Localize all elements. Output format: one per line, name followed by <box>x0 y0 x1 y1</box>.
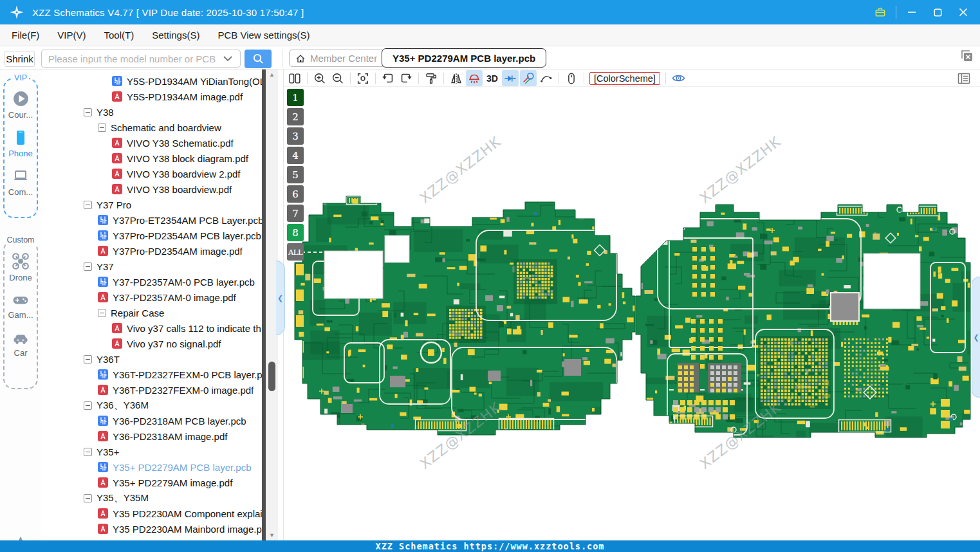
watermark-text: XZZ@XZZHK <box>417 133 504 207</box>
sidebar-item-car[interactable]: Car <box>5 329 37 358</box>
tree-scrollbar-thumb[interactable] <box>268 362 275 391</box>
layer-button-2[interactable]: 2 <box>287 108 304 125</box>
tree-item[interactable]: Y36T-PD2327FEXM-0 PCB layer.pcb <box>41 367 262 382</box>
member-center-button[interactable]: Member Center <box>289 50 385 67</box>
tree-item-label: Y37 Pro <box>97 199 131 210</box>
pdf-file-icon <box>98 292 108 302</box>
tree-item[interactable]: Y35+ PD2279AM PCB layer.pcb <box>41 459 262 475</box>
menu-item-1[interactable]: VIP(V) <box>57 30 86 41</box>
tree-item[interactable]: Y37 <box>41 259 262 274</box>
search-dropdown-chevron-icon[interactable] <box>223 55 233 62</box>
sidebar-item-cour[interactable]: Cour... <box>5 89 37 120</box>
pcb-board-view[interactable]: XZZ@XZZHKXZZ@XZZHKXZZ@XZZHKXZZ@XZZHK <box>283 69 980 540</box>
expander-icon[interactable] <box>84 494 92 502</box>
expander-icon[interactable] <box>98 309 106 317</box>
tree-item-label: Y37 <box>97 261 114 272</box>
watermark-text: XZZ@XZZHK <box>697 133 784 207</box>
file-tree: Y5S-PD1934AM YiDianTong(OL Y5S-PD1934AM … <box>41 69 262 540</box>
tree-item[interactable]: Y36、Y36M <box>41 398 262 413</box>
tree-item-label: Y36T-PD2327FEXM-0 image.pdf <box>113 385 254 396</box>
expander-icon[interactable] <box>98 124 106 132</box>
shrink-button[interactable]: Shrink <box>5 51 35 67</box>
collapse-tree-handle[interactable]: ❮ <box>276 261 285 335</box>
sidebar-item-drone[interactable]: Drone <box>5 252 37 282</box>
titlebar-separator <box>896 6 896 19</box>
expander-icon[interactable] <box>84 262 92 271</box>
tree-item[interactable]: Vivo y37 no signal.pdf <box>41 336 262 351</box>
layer-button-5[interactable]: 5 <box>287 166 304 183</box>
layer-button-6[interactable]: 6 <box>287 185 304 203</box>
tree-item[interactable]: Y36T-PD2327FEXM-0 image.pdf <box>41 382 262 398</box>
maximize-button[interactable] <box>925 0 950 24</box>
menu-item-3[interactable]: Settings(S) <box>152 30 199 41</box>
expander-icon[interactable] <box>84 401 92 410</box>
tree-item[interactable]: Schematic and boardview <box>41 120 262 135</box>
layer-button-4[interactable]: 4 <box>287 147 304 164</box>
pdf-file-icon <box>112 169 122 179</box>
collapse-right-panel-handle[interactable]: ❮ <box>972 277 980 398</box>
tree-item[interactable]: VIVO Y38 Schematic.pdf <box>41 135 262 151</box>
vip-briefcase-icon[interactable] <box>867 0 893 24</box>
expander-icon[interactable] <box>84 448 92 456</box>
tree-item-label: Y35 PD2230AM Mainbord image.p <box>113 524 262 535</box>
search-input[interactable] <box>41 50 241 68</box>
tree-item[interactable]: Y35+ PD2279AM image.pdf <box>41 475 262 490</box>
tree-item[interactable]: Y37-PD2357AM-0 PCB layer.pcb <box>41 274 262 290</box>
menu-item-2[interactable]: Tool(T) <box>104 30 134 41</box>
tree-item[interactable]: Y5S-PD1934AM YiDianTong(OL <box>41 73 262 89</box>
close-all-tabs-icon[interactable] <box>960 49 974 63</box>
sidebar-item-label: Cour... <box>8 110 33 120</box>
pdf-file-icon <box>98 385 108 395</box>
tree-item[interactable]: Y37Pro-PD2354AM image.pdf <box>41 243 262 259</box>
expander-icon[interactable] <box>84 355 92 363</box>
tree-item[interactable]: Repair Case <box>41 305 262 320</box>
search-icon <box>252 53 264 65</box>
tree-item[interactable]: Y5S-PD1934AM image.pdf <box>41 89 262 104</box>
tree-item[interactable]: VIVO Y38 block diagram.pdf <box>41 151 262 166</box>
tree-item-label: Y35+ <box>97 446 119 457</box>
active-document-tab[interactable]: Y35+ PD2279AM PCB layer.pcb <box>382 48 546 68</box>
tree-item[interactable]: VIVO Y38 boardview.pdf <box>41 181 262 197</box>
minimize-button[interactable] <box>899 0 925 24</box>
tree-item-label: Y35 PD2230AM Component explai <box>113 508 262 519</box>
tree-item[interactable]: Y37Pro-PD2354AM PCB layer.pcb <box>41 228 262 243</box>
layer-button-1[interactable]: 1 <box>287 89 304 106</box>
tree-item[interactable]: Y37-PD2357AM-0 image.pdf <box>41 290 262 305</box>
scroll-down-arrow[interactable]: ▼ <box>266 530 278 540</box>
layer-button-all[interactable]: ALL <box>287 243 304 261</box>
search-button[interactable] <box>245 50 272 68</box>
tree-item[interactable]: Y35 PD2230AM Mainbord image.p <box>41 521 262 537</box>
tree-item-label: Y36-PD2318AM image.pdf <box>113 431 227 442</box>
layer-button-3[interactable]: 3 <box>287 127 304 145</box>
menu-item-0[interactable]: File(F) <box>12 30 39 41</box>
tree-item[interactable]: VIVO Y38 boardview 2.pdf <box>41 166 262 181</box>
layer-button-7[interactable]: 7 <box>287 205 304 222</box>
layer-button-8[interactable]: 8 <box>287 224 304 241</box>
tree-item[interactable]: Y35、Y35M <box>41 490 262 506</box>
tree-item[interactable]: Y35+ <box>41 444 262 459</box>
tree-item[interactable]: Y37Pro-ET2354AM PCB Layer.pcb <box>41 212 262 228</box>
tree-item[interactable]: Y36-PD2318AM image.pdf <box>41 428 262 444</box>
window-title: XZZ Schematics V4.77 [ VIP Due date: 202… <box>32 7 304 18</box>
scroll-up-arrow[interactable]: ▲ <box>266 69 278 80</box>
expander-icon[interactable] <box>84 108 92 116</box>
close-button[interactable] <box>950 0 976 24</box>
laptop-icon <box>11 167 30 185</box>
menu-item-4[interactable]: PCB View settings(S) <box>217 30 310 41</box>
tree-item[interactable]: Y36-PD2318AM PCB layer.pcb <box>41 413 262 428</box>
sidebar-item-com[interactable]: Com... <box>5 167 37 197</box>
tree-item[interactable]: Y38 <box>41 104 262 120</box>
sidebar-item-gam[interactable]: Gam... <box>5 291 37 320</box>
pcb-file-icon <box>98 462 108 472</box>
app-window: XZZ Schematics V4.77 [ VIP Due date: 202… <box>0 0 980 552</box>
tree-item[interactable]: Y36T <box>41 351 262 367</box>
pdf-file-icon <box>112 184 122 194</box>
tree-item[interactable]: Vivo y37 calls 112 to indicate th <box>41 320 262 336</box>
sidebar-item-phone[interactable]: Phone <box>5 129 37 158</box>
expander-icon[interactable] <box>84 201 92 209</box>
pcb-file-icon <box>98 277 108 287</box>
tree-item[interactable]: Y37 Pro <box>41 197 262 212</box>
tree-item[interactable]: Y35 PD2230AM Component explai <box>41 506 262 521</box>
pcb-file-icon <box>98 215 108 225</box>
tree-item-label: Y35+ PD2279AM PCB layer.pcb <box>113 462 252 473</box>
